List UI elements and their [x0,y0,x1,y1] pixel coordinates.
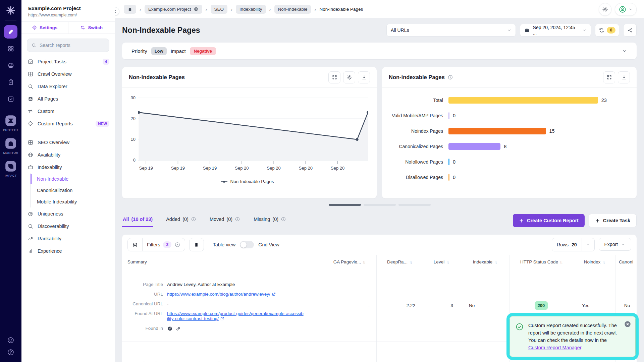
sidebar-subitem-non-indexable[interactable]: Non-Indexable [31,173,115,185]
sort-arrows-icon[interactable]: ↑↓ [409,260,412,264]
close-icon[interactable] [624,320,631,328]
sidebar-subitem-mobile-indexability[interactable]: Mobile Indexability [31,196,115,207]
sort-arrows-icon[interactable]: ↑↓ [446,260,448,264]
user-menu-button[interactable] [615,3,637,16]
sidebar-subitem-canonicalization[interactable]: Canonicalization [31,185,115,196]
switch-project-button[interactable]: Switch [68,22,115,34]
bar-segment[interactable] [448,159,449,165]
bar-segment[interactable] [448,174,449,181]
sidebar-item-rankability[interactable]: Rankability [21,232,115,245]
columns-button[interactable] [189,238,204,251]
sidebar-item-data-explorer[interactable]: Data Explorer [21,80,115,93]
download-chart-button[interactable] [618,71,630,83]
column-header-ga-pagevie[interactable]: GA Pagevie...↑↓ [322,255,376,269]
line-chart-plot [138,93,368,164]
rail-clipboard-button[interactable] [4,75,17,89]
tab-added[interactable]: Added (0) [165,213,197,226]
expand-chart-button[interactable] [328,71,340,83]
filters-button[interactable]: Filters 2 [143,241,185,248]
breadcrumb-item-indexability[interactable]: Indexability [236,5,266,14]
breadcrumb-home[interactable] [124,5,136,14]
sort-arrows-icon[interactable]: ↑↓ [363,260,365,264]
expand-chart-button[interactable] [603,71,615,83]
column-header-noindex[interactable]: Noindex↑↓ [573,255,615,269]
filters-icon-button[interactable] [128,238,143,251]
carousel-page-1[interactable] [329,204,361,206]
carousel-page-3[interactable] [398,204,431,206]
sidebar-item-custom-reports[interactable]: Custom ReportsNEW [21,117,115,130]
view-toggle[interactable] [240,241,254,248]
sidebar-item-uniqueness[interactable]: Uniqueness [21,207,115,220]
found-at-url-link[interactable]: https://www.example.com/product-guides/g… [167,311,304,321]
breadcrumb-item-non-indexable[interactable]: Non-Indexable [274,5,311,14]
tab-missing[interactable]: Missing (0) [253,213,287,226]
rail-gauge-button[interactable] [4,59,17,72]
globe-icon [194,7,199,12]
bar-segment[interactable] [448,97,598,104]
sidebar-item-indexability[interactable]: Indexability [21,161,115,173]
external-link-icon[interactable] [272,292,276,296]
account-settings-button[interactable] [599,3,611,16]
sidebar-item-discoverability[interactable]: Discoverability [21,220,115,232]
filters-count-badge: 2 [163,241,171,248]
bar-category-label: Valid Mobile/AMP Pages [389,113,448,118]
sort-arrows-icon[interactable]: ↑↓ [494,260,496,264]
sidebar-item-custom[interactable]: Custom [21,105,115,117]
sidebar-item-seo-overview[interactable]: SEO Overview [21,136,115,148]
refresh-button[interactable]: 0 [595,24,619,37]
sidebar-item-all-pages[interactable]: All Pages [21,93,115,105]
bar-segment[interactable] [448,128,546,134]
sort-arrows-icon[interactable]: ↑↓ [602,260,604,264]
info-icon[interactable] [447,74,453,80]
rail-apps-button[interactable] [4,42,17,55]
sidebar-item-project-tasks[interactable]: Project Tasks4 [21,55,115,68]
breadcrumb-item-example-com-project[interactable]: Example.com Project [145,5,202,14]
create-custom-report-button[interactable]: Create Custom Report [513,214,585,227]
tab-all[interactable]: All (10 of 23) [122,213,153,227]
url-filter-select[interactable]: All URLs [386,24,516,37]
share-button[interactable] [623,24,637,37]
sidebar-item-experience[interactable]: Experience [21,245,115,257]
sort-arrows-icon[interactable]: ↑↓ [560,260,562,264]
download-chart-button[interactable] [358,71,370,83]
export-button[interactable]: Export [599,238,631,251]
chart-settings-button[interactable] [343,71,355,83]
bar-segment[interactable] [448,143,500,150]
tab-moved[interactable]: Moved (0) [209,213,241,226]
custom-report-manager-link[interactable]: Custom Report Manager [528,345,581,350]
column-header-level[interactable]: Level↑↓ [422,255,460,269]
sidebar-item-crawl-overview[interactable]: Crawl Overview [21,68,115,80]
rail-analyze-button[interactable] [4,25,17,39]
rail-tasks-button[interactable] [4,92,17,106]
carousel-page-2[interactable] [364,204,396,206]
rail-monitor-button[interactable]: MONITOR [3,137,18,155]
bar-row-noindex-pages: Noindex Pages15 [389,127,629,135]
column-header-http-status-code[interactable]: HTTP Status Code↑↓ [509,255,573,269]
tab-missing-label: Missing [254,217,270,222]
help-icon[interactable] [7,349,14,356]
create-task-button[interactable]: Create Task [589,214,637,227]
column-header-indexable[interactable]: Indexable↑↓ [460,255,509,269]
rail-impact-button[interactable]: IMPACT [4,160,17,177]
found-in-link-icon[interactable] [175,326,181,331]
rows-per-page-select[interactable]: Rows 20 [552,238,594,251]
column-header-summary[interactable]: Summary [122,255,322,269]
sidebar-collapse-button[interactable] [115,7,119,16]
crawl-date-select[interactable]: Sep 20, 2024, 12:45 ... [520,24,591,37]
external-link-icon[interactable] [220,316,224,321]
feedback-smiley-icon[interactable] [7,337,14,344]
rail-protect-button[interactable]: PROTECT [3,114,18,132]
column-header-deepra[interactable]: DeepRa...↑↓ [376,255,422,269]
search-reports-input[interactable]: Search reports [27,39,109,52]
sidebar-item-availability[interactable]: Availability [21,148,115,161]
bar-segment[interactable] [448,112,449,119]
column-header-canoni[interactable]: Canoni [615,255,637,269]
found-in-website-icon[interactable] [167,326,173,331]
bar-track: 0 [448,112,629,119]
url-link[interactable]: https://www.example.com/blog/author/andr… [167,292,270,297]
breadcrumb-item-seo[interactable]: SEO [211,5,228,14]
chevron-down-icon[interactable] [622,48,627,54]
clear-filters-icon[interactable] [174,242,180,248]
sidebar-item-label: Data Explorer [38,84,67,89]
settings-button[interactable]: Settings [21,22,68,34]
